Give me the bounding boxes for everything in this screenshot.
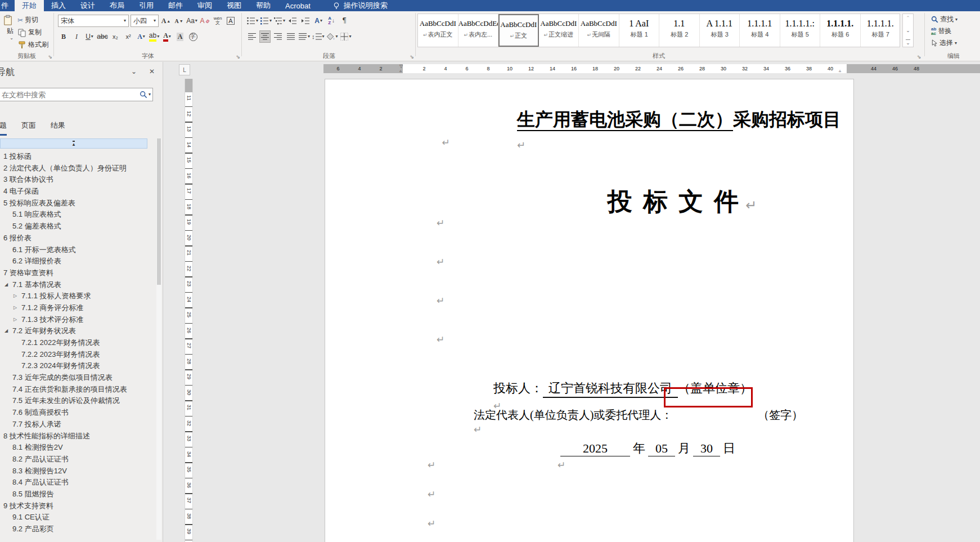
nav-tab[interactable]: 标题 [0,120,7,136]
ribbon-tab[interactable]: 设计 [73,0,102,11]
nav-heading-item[interactable]: ▷ 7.1.3 技术评分标准 [0,314,155,326]
sort-button[interactable]: AZ ↓ [326,15,337,27]
style-card[interactable]: AaBbCcDdI ↵正文缩进 [539,14,579,47]
font-size-select[interactable]: 小四▾ [131,15,159,27]
tree-toggle-icon[interactable]: ▷ [11,290,19,302]
style-card[interactable]: 1.1.1.1. 标题 6 [820,14,861,47]
nav-heading-item[interactable]: 1 投标函 [0,151,155,163]
date-year-field[interactable]: 2025 [560,441,630,456]
ribbon-tab[interactable]: 视图 [219,0,249,11]
superscript-button[interactable]: x² [123,30,134,43]
style-card[interactable]: AaBbCcDdI ↵表内正文 [418,14,458,47]
italic-button[interactable]: I [71,30,82,43]
ribbon-tab[interactable]: 审阅 [190,0,219,11]
nav-heading-item[interactable]: ◢ 7.1 基本情况表 [0,279,155,291]
date-day-field[interactable]: 30 [693,441,720,456]
style-card[interactable]: 1 AaI 标题 1 [619,14,660,47]
nav-heading-item[interactable]: 6 报价表 [0,232,155,244]
character-shading-button[interactable]: A [174,30,186,43]
nav-pane-options-icon[interactable]: ⌄ [131,68,137,75]
multilevel-list-button[interactable]: ▾ [273,15,285,27]
bold-button[interactable]: B [58,30,69,43]
bullet-list-button[interactable]: ▾ [246,15,258,27]
ribbon-tab[interactable]: 引用 [132,0,161,11]
nav-heading-item[interactable]: 8.1 检测报告2V [0,442,155,454]
ribbon-tab[interactable]: 开始 [15,0,44,11]
replace-button[interactable]: abac 替换 [929,26,959,37]
document-search-box[interactable]: ▾ [0,88,153,101]
grow-font-button[interactable]: A▲ [160,15,172,27]
search-options-icon[interactable]: ▾ [149,92,151,97]
line-spacing-button[interactable]: ↕ ▾ [312,30,325,43]
clear-format-button[interactable]: A [199,15,210,27]
nav-heading-item[interactable]: 7.2.3 2024年财务情况表 [0,360,155,372]
nav-tab[interactable]: 页面 [21,120,36,136]
align-left-button[interactable] [246,30,258,43]
font-family-select[interactable]: 宋体▾ [58,15,129,27]
document-page[interactable]: 生产用蓄电池采购（二次）采购招标项目 ↵ ↵ 投 标 文 件↵ ↵ ↵ ↵ ↵ … [325,79,854,542]
font-dialog-launcher[interactable]: ⇘ [236,54,240,60]
nav-heading-item[interactable]: 8.5 阻燃报告 [0,489,155,500]
ribbon-tab[interactable]: 布局 [102,0,132,11]
nav-heading-item[interactable]: 7.6 制造商授权书 [0,407,155,419]
nav-heading-item[interactable]: 5 投标响应表及偏差表 [0,198,155,209]
nav-heading-item[interactable]: 7.5 近年未发生的诉讼及仲裁情况 [0,395,155,407]
increase-indent-button[interactable] [300,15,311,27]
right-indent-marker[interactable]: ▵ [839,68,841,73]
style-card[interactable]: 1.1.1.1 标题 4 [740,14,780,47]
phonetic-guide-button[interactable]: wén文 [212,15,223,27]
font-color-button[interactable]: A▾ [161,30,173,43]
gallery-more-icon[interactable]: ⌄ [906,39,910,46]
show-hide-marks-button[interactable]: ¶ [339,15,350,27]
nav-heading-item[interactable]: 3 联合体协议书 [0,174,155,186]
enclose-characters-button[interactable]: 字 [187,30,199,43]
borders-button[interactable]: ▾ [340,30,352,43]
search-icon[interactable] [140,91,147,98]
nav-heading-item[interactable]: 8 技术性能指标的详细描述 [0,431,155,442]
style-card[interactable]: 1.1.1.1.: 标题 5 [780,14,821,47]
style-card[interactable]: AaBbCcDdEe ↵表内左... [458,14,499,47]
ribbon-tab[interactable]: Acrobat [278,0,318,11]
align-right-button[interactable] [272,30,284,43]
style-card[interactable]: AaBbCcDdI ↵无间隔 [579,14,619,47]
numbered-list-button[interactable]: ▾ [260,15,272,27]
justify-button[interactable] [285,30,296,43]
nav-heading-item[interactable]: 2 法定代表人（单位负责人）身份证明 [0,163,155,174]
nav-heading-item[interactable]: 7.3 近年完成的类似项目情况表 [0,372,155,384]
vertical-ruler[interactable]: 1112131415161718192021222324252627282930… [185,79,193,542]
nav-heading-item[interactable]: 5.1 响应表格式 [0,209,155,221]
tab-stop-selector[interactable]: L [179,64,190,75]
nav-heading-item[interactable]: 9.2 产品彩页 [0,523,155,535]
search-input[interactable] [0,91,140,99]
nav-heading-item[interactable]: 9.1 CE认证 [0,512,155,523]
underline-button[interactable]: U▾ [84,30,95,43]
nav-heading-item[interactable]: 5.2 偏差表格式 [0,221,155,232]
tree-toggle-icon[interactable]: ◢ [2,279,10,291]
text-highlight-button[interactable]: ab▾ [149,30,160,43]
nav-heading-item[interactable]: 7.7 投标人承诺 [0,419,155,431]
ribbon-tab[interactable]: 帮助 [249,0,278,11]
jump-to-top-bar[interactable]: ▴ [0,138,147,149]
gallery-down-icon[interactable]: ⌄ [906,28,910,33]
nav-pane-close-icon[interactable]: ✕ [149,68,155,75]
tree-toggle-icon[interactable]: ▷ [11,314,19,326]
styles-dialog-launcher[interactable]: ⇘ [917,54,921,60]
nav-heading-item[interactable]: 6.1 开标一览表格式 [0,244,155,256]
nav-heading-item[interactable]: 8.4 产品认证证书 [0,477,155,489]
gallery-up-icon[interactable]: ⌃ [906,15,910,21]
change-case-button[interactable]: Aa▾ [186,15,197,27]
nav-heading-item[interactable]: 7.2.2 2023年财务情况表 [0,349,155,361]
nav-scrollbar-thumb[interactable] [157,138,161,285]
style-card[interactable]: A 1.1.1 标题 3 [700,14,740,47]
ribbon-tab[interactable]: 插入 [44,0,73,11]
asian-layout-button[interactable]: A▾ [313,15,324,27]
subscript-button[interactable]: x₂ [110,30,121,43]
nav-heading-item[interactable]: 8.3 检测报告12V [0,465,155,477]
paragraph-dialog-launcher[interactable]: ⇘ [410,54,414,60]
style-card[interactable]: 1.1.1.1. 标题 7 [861,14,901,47]
ribbon-tab[interactable]: 邮件 [161,0,190,11]
tree-toggle-icon[interactable]: ▷ [11,302,19,314]
nav-heading-item[interactable]: ▷ 7.1.1 投标人资格要求 [0,290,155,302]
cut-button[interactable]: ✂ 剪切 [16,15,50,25]
nav-heading-item[interactable]: 7 资格审查资料 [0,267,155,279]
